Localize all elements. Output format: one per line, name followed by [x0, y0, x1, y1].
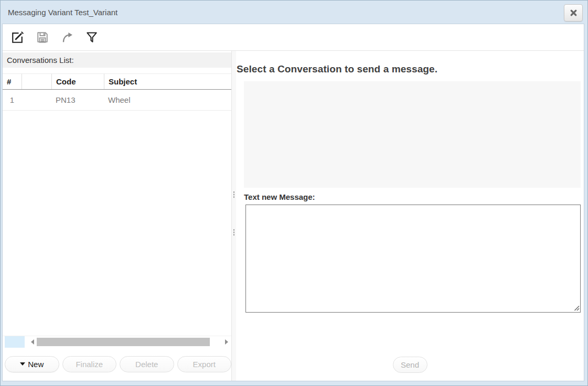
- toolbar: [3, 24, 584, 51]
- new-message-label: Text new Message:: [244, 192, 584, 201]
- scroll-right-arrow-icon[interactable]: [225, 339, 228, 345]
- scrollbar-thumb[interactable]: [37, 338, 210, 346]
- table-empty-area: [3, 111, 231, 336]
- scrollbar-track[interactable]: [34, 336, 225, 348]
- message-textarea-wrap: [245, 205, 581, 313]
- column-header-code: Code: [51, 74, 104, 89]
- horizontal-scrollbar: [3, 336, 231, 347]
- close-icon: [569, 8, 578, 17]
- send-button[interactable]: Send: [393, 357, 427, 373]
- table-header-row: # Code Subject: [3, 73, 231, 90]
- column-header-blank: [22, 74, 51, 89]
- main-area: Conversations List: # Code Subject 1 PN1…: [3, 51, 584, 381]
- chevron-down-icon: [20, 362, 25, 366]
- row-subject-cell: Wheel: [104, 95, 231, 104]
- message-panel: Select a Conversation to send a message.…: [236, 51, 584, 381]
- message-textarea[interactable]: [245, 205, 581, 313]
- redo-icon: [60, 30, 74, 44]
- splitter-grip-icon: [233, 191, 235, 198]
- conversations-panel: Conversations List: # Code Subject 1 PN1…: [3, 51, 232, 381]
- finalize-button-label: Finalize: [76, 360, 103, 369]
- delete-button-label: Delete: [135, 360, 158, 369]
- splitter-grip-icon: [233, 229, 235, 236]
- messaging-dialog-window: Messaging Variant Test_Variant: [0, 0, 588, 386]
- conversations-list-label: Conversations List:: [7, 56, 74, 65]
- export-button-label: Export: [193, 360, 216, 369]
- select-conversation-heading: Select a Conversation to send a message.: [237, 63, 584, 75]
- scrollbar-corner: [5, 336, 25, 348]
- conversations-list-header: Conversations List:: [3, 52, 231, 68]
- titlebar: Messaging Variant Test_Variant: [2, 2, 584, 23]
- column-header-num: #: [3, 74, 22, 89]
- filter-icon[interactable]: [85, 30, 99, 44]
- panel-splitter[interactable]: [232, 51, 236, 381]
- edit-icon[interactable]: [11, 30, 25, 44]
- send-button-row: Send: [236, 357, 584, 373]
- send-button-label: Send: [401, 360, 419, 369]
- left-footer-buttons: New Finalize Delete Export: [3, 347, 231, 381]
- message-history-area: [244, 81, 581, 188]
- dialog-content: Conversations List: # Code Subject 1 PN1…: [2, 24, 584, 381]
- row-code-cell: PN13: [51, 95, 104, 104]
- new-button[interactable]: New: [5, 356, 59, 372]
- export-button[interactable]: Export: [177, 356, 232, 372]
- window-title: Messaging Variant Test_Variant: [8, 8, 117, 17]
- close-button[interactable]: [564, 4, 583, 22]
- row-num-cell: 1: [3, 95, 22, 104]
- delete-button[interactable]: Delete: [120, 356, 174, 372]
- save-icon: [36, 30, 49, 44]
- new-button-label: New: [28, 360, 44, 369]
- column-header-subject: Subject: [104, 74, 231, 89]
- finalize-button[interactable]: Finalize: [62, 356, 117, 372]
- table-row[interactable]: 1 PN13 Wheel: [3, 90, 231, 111]
